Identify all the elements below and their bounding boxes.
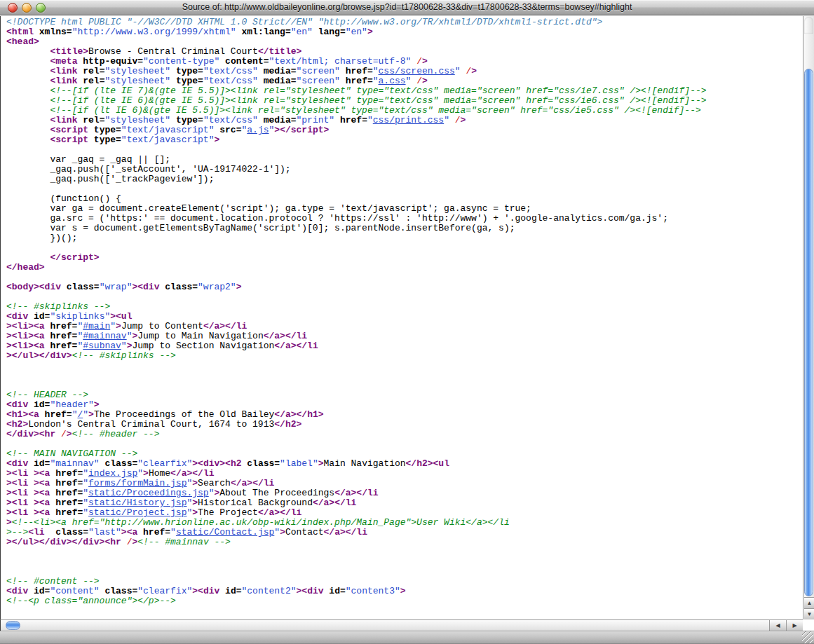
source-token: id= [28,458,50,469]
source-token: Jump to Section Navigation [132,341,274,351]
source-token: "text/css" [203,115,258,125]
source-line: <link rel="stylesheet" type="text/css" m… [6,116,803,125]
source-line: </div><hr /><!-- #header --> [6,430,803,439]
horizontal-scrollbar-thumb[interactable] [6,621,20,630]
source-line: (function() { [6,194,803,204]
source-token: " [83,507,88,518]
source-token: Contact [285,527,324,537]
source-link[interactable]: #mainnav [83,331,126,341]
source-link[interactable]: css/screen.css [379,66,455,76]
source-link[interactable]: index.jsp [88,468,137,479]
vertical-scrollbar-arrows: ▲ ▼ [803,597,814,619]
source-line [6,292,803,302]
resize-grip[interactable] [802,631,813,643]
source-link[interactable]: #main [83,321,110,331]
source-token: </a></li [231,478,274,488]
source-token: ></ul></div></div><hr [6,537,121,547]
source-line: ><li><a href="#main">Jump to Content</a>… [6,322,803,331]
source-token: var ga = document.createElement('script'… [6,203,531,214]
source-token: <link [50,66,77,76]
source-token: " [170,527,176,537]
source-link[interactable]: #subnav [83,341,121,351]
source-token: ><li ><a [6,478,50,488]
source-token: </a></li [313,498,356,508]
scroll-up-button[interactable]: ▲ [804,597,814,608]
source-link[interactable]: css/print.css [373,115,444,125]
source-token: <!-- #skiplinks --> [72,350,176,361]
source-link[interactable]: a.css [379,76,406,86]
source-token: > [236,282,242,292]
source-token: <!--[if (lt IE 6)&(gte IE 5.5)]><link re… [50,105,700,116]
source-link[interactable]: forms/formMain.jsp [88,478,186,488]
source-token: href= [50,468,83,479]
source-token: </a></h1> [274,409,323,420]
source-token: > [367,27,373,37]
source-token: </div><hr [6,429,55,439]
vertical-scrollbar-thumb[interactable] [804,69,813,596]
scroll-right-button[interactable]: ▶ [786,620,803,631]
source-token: "stylesheet" [104,66,170,76]
source-token: > [116,321,121,331]
title-bar[interactable]: Source of: http://www.oldbaileyonline.or… [0,0,814,15]
source-token: </a></li [324,527,367,537]
source-token [6,252,50,263]
source-token: <!--<p class="announce"></p>--> [6,596,176,606]
source-link[interactable]: static/History.jsp [88,498,186,508]
source-line: <!-- HEADER --> [6,390,803,400]
source-token: <meta [50,56,77,67]
source-token: (function() { [6,193,121,204]
source-token: ><li><a [6,321,45,331]
vertical-scrollbar[interactable]: ▲ ▼ [803,16,814,619]
source-token: " [83,488,88,498]
source-token: About The Proceedings [219,488,334,498]
source-token: <!-- #mainnav --> [137,537,231,547]
source-link[interactable]: static/Project.jsp [88,507,186,518]
source-line: <title>Browse - Central Criminal Court</… [6,47,803,57]
source-token: ga.src = ('https:' == document.location.… [6,213,668,224]
source-link[interactable]: a.js [247,125,269,135]
source-token: </a></li [274,341,318,351]
source-token: _gaq.push(['_setAccount', 'UA-19174022-1… [6,164,291,174]
source-token: > [143,468,149,479]
source-line: <link rel="stylesheet" type="text/css" m… [6,76,803,86]
source-token: class= [100,458,138,469]
source-token: > [471,66,477,76]
status-bar [0,631,814,644]
source-line [6,361,803,371]
source-token: <h1><a [6,409,39,420]
source-token: <!DOCTYPE html PUBLIC "-//W3C//DTD XHTML… [6,17,602,27]
source-token: > [422,76,428,86]
source-token: href= [50,478,83,488]
source-token: London's Central Criminal Court, 1674 to… [28,419,274,430]
source-link[interactable]: static/Proceedings.jsp [88,488,209,498]
source-line: </script> [6,253,803,263]
source-token: id= [28,586,50,596]
source-token: <div [6,458,28,469]
source-token: " [137,468,143,479]
source-link[interactable]: static/Contact.jsp [176,527,274,537]
source-token: href= [45,331,78,341]
source-token [6,85,50,96]
scroll-down-button[interactable]: ▼ [804,608,814,619]
source-token: </title> [258,46,301,57]
source-token: ></ul></div> [6,350,72,361]
source-token: "content" [50,586,99,596]
source-line [6,567,803,577]
source-token: })(); [6,233,77,243]
source-token: "screen" [297,76,340,86]
source-token: > [214,135,219,145]
source-token: ><li ><a [6,507,50,518]
source-token: <html [6,27,34,37]
source-token: Main Navigation [324,458,406,469]
source-token: media= [258,115,297,125]
source-token: href= [45,341,78,351]
scroll-left-button[interactable]: ◀ [769,620,786,631]
horizontal-scrollbar[interactable]: ◀ ▶ [0,619,803,631]
source-token: </head> [6,262,45,273]
source-token: media= [258,66,297,76]
source-token: xml:lang= [236,27,291,37]
source-token: var s = document.getElementsByTagName('s… [6,223,515,233]
source-line: ><li ><a href="forms/formMain.jsp">Searc… [6,479,803,488]
source-token: The Project [198,507,258,518]
source-token: "content-type" [143,56,219,67]
